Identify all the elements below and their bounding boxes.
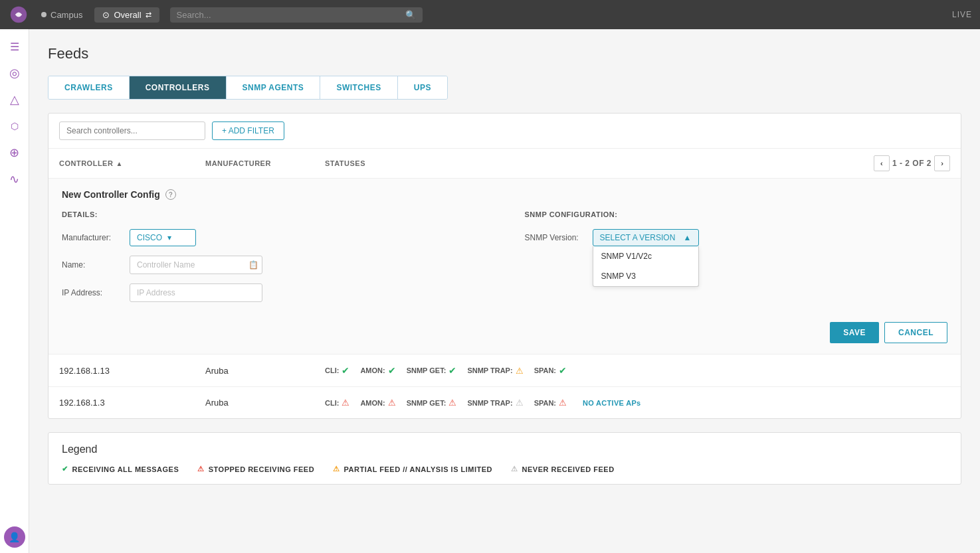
ip-address-input[interactable] (130, 283, 262, 302)
snmp-option-v1v2c[interactable]: SNMP V1/V2c (593, 246, 698, 266)
campus-dot (41, 12, 47, 17)
sidebar-item-user[interactable]: 👤 (4, 526, 25, 548)
tab-switches[interactable]: SWITCHES (320, 76, 397, 99)
warning-icon: ⚠ (516, 398, 524, 408)
save-button[interactable]: SAVE (830, 322, 879, 343)
top-navigation: Campus ⊙ Overall ⇄ 🔍 LIVE (0, 0, 980, 29)
page-title: Feeds (48, 45, 961, 62)
snmp-version-dropdown-container: SELECT A VERSION ▲ SNMP V1/V2c SNMP V3 (593, 229, 699, 246)
form-footer: SAVE CANCEL (62, 322, 947, 343)
sidebar-item-menu[interactable]: ☰ (3, 35, 27, 58)
chevron-down-icon: ▾ (167, 233, 171, 242)
legend-items: ✔ RECEIVING ALL MESSAGES ⚠ STOPPED RECEI… (62, 465, 947, 473)
check-icon: ✔ (559, 365, 567, 376)
tab-crawlers[interactable]: CRAWLERS (49, 76, 130, 99)
manufacturer-dropdown[interactable]: CISCO ▾ (130, 229, 196, 246)
next-page-button[interactable]: › (934, 155, 950, 171)
legend-stopped-label: STOPPED RECEIVING FEED (209, 465, 314, 473)
ip-address-label: IP Address: (62, 288, 122, 297)
snmp-version-dropdown[interactable]: SELECT A VERSION ▲ (593, 229, 699, 246)
status-snmptrap-2: SNMP TRAP: ⚠ (467, 398, 523, 408)
column-manufacturer: MANUFACTURER (205, 159, 325, 167)
name-row: Name: 📋 (62, 256, 485, 274)
cancel-button[interactable]: CANCEL (884, 322, 947, 343)
clipboard-icon: 📋 (248, 260, 258, 270)
warn-yellow-icon: ⚠ (333, 465, 340, 473)
sidebar-item-search[interactable]: ⊕ (3, 141, 27, 165)
row-manufacturer-2: Aruba (205, 398, 325, 408)
search-bar[interactable]: 🔍 (170, 7, 423, 23)
table-row: 192.168.1.3 Aruba CLI: ⚠ AMON: ⚠ SNMP GE… (49, 387, 961, 418)
table-header: CONTROLLER ▲ MANUFACTURER STATUSES ‹ 1 -… (49, 148, 961, 179)
filter-bar: + ADD FILTER (49, 114, 961, 148)
snmp-version-placeholder: SELECT A VERSION (600, 233, 676, 242)
legend-item-receiving: ✔ RECEIVING ALL MESSAGES (62, 465, 179, 473)
ip-address-row: IP Address: (62, 283, 485, 302)
sort-arrow-icon: ▲ (116, 160, 122, 167)
column-statuses: STATUSES (325, 159, 870, 167)
status-snmpget-2: SNMP GET: ⚠ (407, 398, 457, 408)
location-icon: ⊙ (102, 10, 110, 20)
status-amon-2: AMON: ⚠ (360, 398, 395, 408)
sidebar-item-analytics[interactable]: ⬡ (3, 114, 27, 138)
swap-icon: ⇄ (146, 11, 151, 19)
snmp-version-row: SNMP Version: SELECT A VERSION ▲ SNMP V1… (525, 229, 948, 246)
search-icon: 🔍 (405, 10, 416, 20)
live-indicator: LIVE (952, 10, 972, 19)
help-icon[interactable]: ? (165, 189, 176, 200)
sidebar-item-trends[interactable]: ∿ (3, 167, 27, 191)
warn-gray-icon: ⚠ (511, 465, 518, 473)
no-active-aps-label: NO ACTIVE APs (583, 399, 640, 407)
tab-ups[interactable]: UPS (398, 76, 447, 99)
table-row: 192.168.1.13 Aruba CLI: ✔ AMON: ✔ SNMP G… (49, 355, 961, 387)
column-controller[interactable]: CONTROLLER ▲ (59, 159, 205, 167)
details-section-title: DETAILS: (62, 210, 485, 218)
status-snmptrap-1: SNMP TRAP: ⚠ (467, 366, 523, 376)
campus-selector[interactable]: Campus (35, 7, 89, 23)
manufacturer-label: Manufacturer: (62, 233, 122, 242)
form-title: New Controller Config ? (62, 189, 947, 200)
snmp-version-menu: SNMP V1/V2c SNMP V3 (593, 246, 699, 287)
snmp-option-v3[interactable]: SNMP V3 (593, 266, 698, 286)
row-manufacturer-1: Aruba (205, 366, 325, 376)
sidebar-item-alerts[interactable]: △ (3, 88, 27, 112)
search-input[interactable] (177, 10, 401, 20)
legend-partial-label: PARTIAL FEED // ANALYSIS IS LIMITED (344, 465, 492, 473)
sidebar-item-topology[interactable]: ◎ (3, 61, 27, 85)
warning-icon: ⚠ (388, 398, 396, 408)
tab-controllers[interactable]: CONTROLLERS (130, 76, 227, 99)
check-green-icon: ✔ (62, 465, 68, 473)
status-span-2: SPAN: ⚠ (534, 398, 567, 408)
search-controllers-input[interactable] (59, 121, 205, 140)
warning-icon: ⚠ (559, 398, 567, 408)
app-logo[interactable] (8, 4, 29, 25)
column-controller-label: CONTROLLER (59, 159, 113, 167)
check-icon: ✔ (448, 365, 456, 376)
legend-item-stopped: ⚠ STOPPED RECEIVING FEED (197, 465, 314, 473)
status-snmpget-1: SNMP GET: ✔ (407, 365, 457, 376)
new-controller-form: New Controller Config ? DETAILS: Manufac… (49, 179, 961, 355)
chevron-up-icon: ▲ (684, 233, 692, 242)
tab-snmp-agents[interactable]: SNMP AGENTS (227, 76, 321, 99)
controllers-table-container: + ADD FILTER CONTROLLER ▲ MANUFACTURER S… (48, 113, 961, 419)
status-cli-1: CLI: ✔ (325, 365, 349, 376)
campus-label: Campus (50, 10, 82, 20)
pagination: ‹ 1 - 2 OF 2 › (874, 155, 950, 171)
row-ip-1: 192.168.1.13 (59, 366, 205, 376)
overall-label: Overall (114, 10, 141, 20)
add-filter-button[interactable]: + ADD FILTER (212, 121, 284, 140)
prev-page-button[interactable]: ‹ (874, 155, 890, 171)
status-span-1: SPAN: ✔ (534, 365, 567, 376)
manufacturer-value: CISCO (137, 233, 162, 242)
check-icon: ✔ (342, 365, 349, 376)
status-amon-1: AMON: ✔ (360, 365, 395, 376)
overall-selector[interactable]: ⊙ Overall ⇄ (94, 7, 159, 23)
warning-icon: ⚠ (516, 366, 524, 376)
details-section: DETAILS: Manufacturer: CISCO ▾ Name: (62, 210, 485, 311)
legend-item-never: ⚠ NEVER RECEIVED FEED (511, 465, 615, 473)
controller-name-input[interactable] (130, 256, 262, 274)
snmp-section-title: SNMP CONFIGURATION: (525, 210, 948, 218)
snmp-version-label: SNMP Version: (525, 233, 585, 242)
row-ip-2: 192.168.1.3 (59, 398, 205, 408)
page-range: 1 - 2 OF 2 (892, 159, 931, 168)
